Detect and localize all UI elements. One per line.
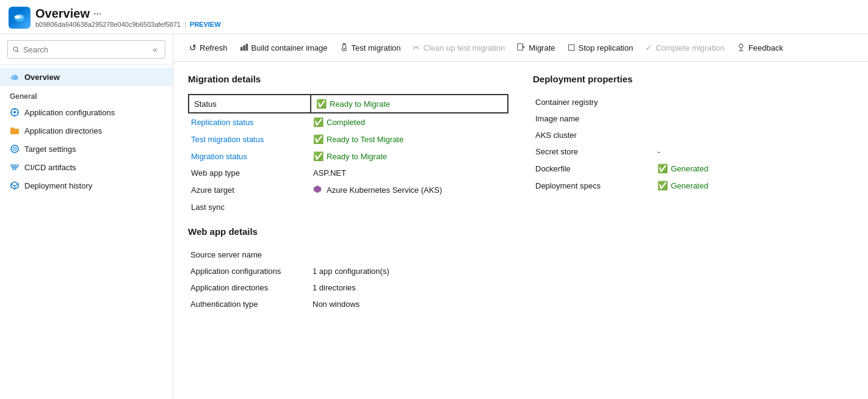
azure-target-value: Azure Kubernetes Service (AKS) [327,185,442,195]
table-row: Replication status ✅ Completed [189,113,508,131]
sidebar-item-overview[interactable]: Overview [0,68,173,86]
deployment-props-table: Container registry Image name AKS cluste… [533,94,853,194]
dockerfile-value: Generated [671,164,708,173]
table-row: Web app type ASP.NET [189,165,508,181]
sidebar-item-cicd[interactable]: CI/CD artifacts [0,158,173,176]
table-row: Last sync [189,199,508,215]
web-app-details-title: Web app details [188,226,508,237]
dockerfile-check-icon: ✅ [657,164,668,173]
cleanup-icon: ✂ [413,43,420,52]
stop-icon: ☐ [568,43,576,52]
deployment-props-title: Deployment properties [533,74,853,84]
web-app-type-value: ASP.NET [311,165,508,181]
folder-icon [10,126,20,135]
svg-rect-27 [240,47,242,51]
app-config-icon [10,107,20,117]
test-migration-icon: ✅ [313,134,324,144]
svg-rect-14 [10,129,19,134]
search-input[interactable] [23,45,146,54]
migration-details-table: Status ✅ Ready to Migrate [188,94,508,215]
image-name-value [655,110,853,127]
app-dir-value: 1 directories [310,279,508,296]
resource-id: b09806da640638a295278e040c9b6503afef5871 [35,21,181,28]
migration-status-value: Ready to Migrate [327,152,387,161]
migrate-icon [517,43,526,53]
aks-icon [313,185,322,195]
header-dots-menu[interactable]: ··· [93,9,101,20]
dockerfile-label: Dockerfile [533,160,655,177]
sidebar-search-area: « [0,34,173,65]
svg-point-2 [15,15,20,18]
last-sync-value [311,199,508,215]
sidebar-item-deploy[interactable]: Deployment history [0,176,173,195]
svg-marker-36 [314,185,321,193]
svg-point-9 [13,111,16,113]
svg-point-31 [343,48,345,49]
migrate-button[interactable]: Migrate [511,34,561,61]
table-row: Status ✅ Ready to Migrate [189,95,508,113]
container-registry-value [655,94,853,110]
replication-status-label[interactable]: Replication status [191,118,254,127]
test-icon [340,43,349,53]
replication-value: Completed [327,118,365,127]
svg-rect-28 [243,45,245,51]
test-migration-label[interactable]: Test migration status [191,135,264,144]
migration-status-icon: ✅ [313,151,324,161]
svg-point-33 [739,44,743,48]
table-row: Deployment specs ✅ Generated [533,177,853,194]
table-row: Authentication type Non windows [188,296,508,312]
build-container-button[interactable]: Build container image [234,34,334,61]
sidebar-item-app-config[interactable]: Application configurations [0,103,173,121]
table-row: Migration status ✅ Ready to Migrate [189,148,508,165]
feedback-button[interactable]: Feedback [731,34,789,61]
svg-rect-19 [15,165,18,167]
svg-point-7 [11,76,15,79]
last-sync-label: Last sync [189,199,311,215]
sidebar-item-target[interactable]: Target settings [0,140,173,158]
svg-rect-32 [518,43,523,50]
azure-target-label: Azure target [189,181,311,199]
sidebar-label: Application configurations [24,108,115,117]
auth-type-label: Authentication type [188,296,310,312]
table-row: Application directories 1 directories [188,279,508,296]
sidebar-general-label: General [0,86,173,103]
source-server-value [310,246,508,263]
web-app-type-label: Web app type [189,165,311,181]
header-separator: | [184,21,186,28]
complete-migration-button[interactable]: ✓ Complete migration [639,34,731,61]
cleanup-button[interactable]: ✂ Clean up test migration [407,34,511,61]
deploy-specs-value: Generated [671,181,708,190]
table-row: Container registry [533,94,853,110]
app-logo [9,7,31,29]
svg-line-4 [17,51,18,52]
complete-icon: ✓ [645,43,653,52]
search-box[interactable]: « [7,40,165,59]
table-row: AKS cluster [533,127,853,143]
secret-store-value: - [655,143,853,160]
svg-rect-29 [245,43,248,50]
cloud-icon [10,72,20,82]
app-config-value: 1 app configuration(s) [310,263,508,279]
deploy-specs-label: Deployment specs [533,177,655,194]
refresh-button[interactable]: ↺ Refresh [183,34,234,61]
collapse-button[interactable]: « [150,43,160,56]
table-row: Dockerfile ✅ Generated [533,160,853,177]
app-config-label: Application configurations [188,263,310,279]
status-value: Ready to Migrate [330,99,390,109]
web-app-details-table: Source server name Application configura… [188,246,508,312]
sidebar-label: Application directories [24,126,102,135]
secret-store-label: Secret store [533,143,655,160]
image-name-label: Image name [533,110,655,127]
migration-status-label[interactable]: Migration status [191,152,247,161]
sidebar-label: Target settings [24,145,76,154]
toolbar: ↺ Refresh Build container image Test mig… [173,34,868,62]
svg-point-17 [14,148,15,149]
stop-replication-button[interactable]: ☐ Stop replication [562,34,640,61]
feedback-icon [737,43,745,53]
svg-rect-18 [11,165,14,167]
sidebar-label: Deployment history [24,181,92,190]
source-server-label: Source server name [188,246,310,263]
test-migration-button[interactable]: Test migration [334,34,407,61]
sidebar-item-app-dir[interactable]: Application directories [0,121,173,140]
refresh-icon: ↺ [189,43,197,52]
